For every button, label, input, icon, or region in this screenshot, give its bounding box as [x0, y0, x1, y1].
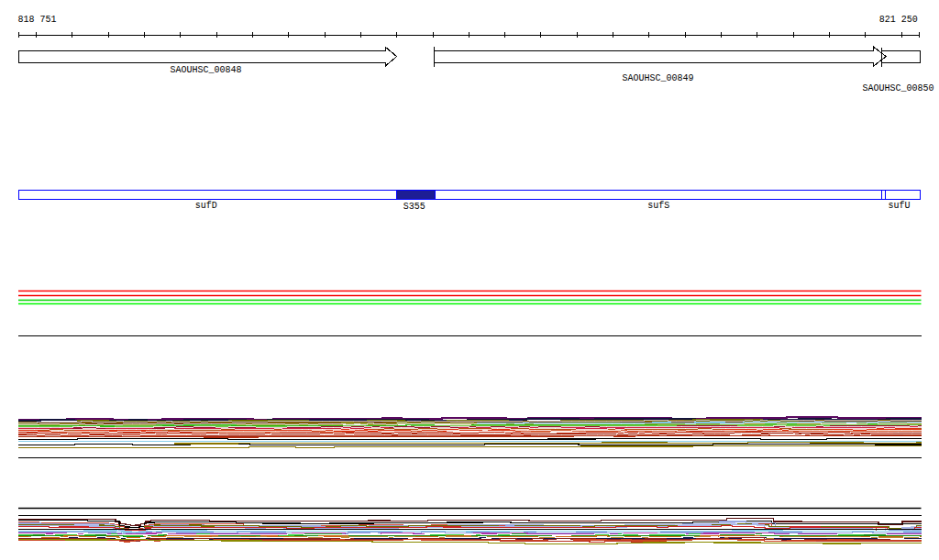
svg-text:sufD: sufD: [195, 201, 217, 211]
svg-text:SAOUHSC_00848: SAOUHSC_00848: [170, 65, 241, 75]
svg-text:SAOUHSC_00849: SAOUHSC_00849: [623, 73, 694, 83]
svg-text:818 751: 818 751: [18, 15, 57, 25]
svg-text:SAOUHSC_00850: SAOUHSC_00850: [863, 83, 934, 93]
svg-text:S355: S355: [403, 202, 425, 212]
svg-text:sufU: sufU: [888, 201, 910, 211]
svg-text:821 250: 821 250: [879, 15, 918, 25]
svg-text:sufS: sufS: [647, 201, 669, 211]
